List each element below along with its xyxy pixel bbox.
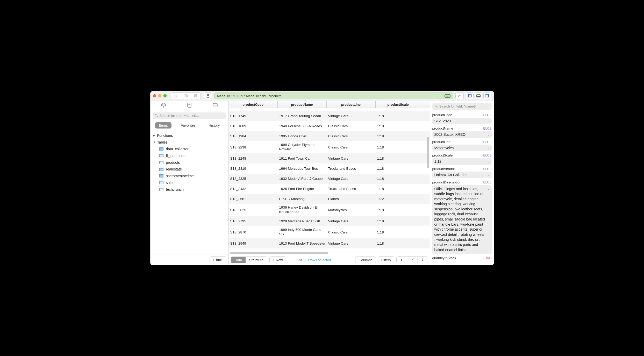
close-window-button[interactable] xyxy=(153,94,156,97)
cell-productline: Motorcycles xyxy=(327,208,376,212)
inspector-field: productCodeBLOBS12_2823⌄ xyxy=(432,113,492,124)
sidebar-tab-history[interactable]: History xyxy=(205,122,224,129)
field-value[interactable]: Official logos and insignias, saddle bag… xyxy=(432,185,492,254)
plus-icon: + xyxy=(273,258,275,262)
field-value[interactable]: S12_2823⌄ xyxy=(432,118,492,124)
cell-productname: 1995 Honda Civic xyxy=(278,134,327,138)
sidebar-table-item[interactable]: data_collector xyxy=(159,146,228,152)
indent-icon[interactable] xyxy=(191,93,201,99)
chevron-down-icon: ⌄ xyxy=(487,187,490,191)
column-header-productscale[interactable]: productScale xyxy=(376,101,421,108)
table-name: sacramentocrime xyxy=(166,174,194,178)
cancel-icon[interactable]: ⊘ xyxy=(171,93,181,99)
sidebar-segment: Items Favorites History xyxy=(153,122,226,129)
table-icon xyxy=(159,161,163,164)
cell-productname: 1926 Ford Fire Engine xyxy=(278,187,327,191)
table-row[interactable]: S18_22381998 Chrysler Plymouth ProwlerCl… xyxy=(229,141,430,153)
table-row[interactable]: S18_23191964 Mercedes Tour BusTrucks and… xyxy=(229,163,430,174)
refresh-button[interactable]: ⟳ xyxy=(455,92,464,99)
breadcrumb[interactable]: MariaDB 1:10.3.9 : MariaDB : dd : produc… xyxy=(214,92,453,99)
zoom-window-button[interactable] xyxy=(163,94,167,97)
cell-productname: 1964 Mercedes Tour Bus xyxy=(278,167,327,170)
toolbar-group-1: ⊘ xyxy=(171,92,201,99)
eye-icon[interactable] xyxy=(181,93,191,99)
scrollbar-thumb[interactable] xyxy=(427,137,429,168)
tab-structure[interactable]: Structure xyxy=(246,257,267,263)
field-label: productCode xyxy=(432,113,452,117)
sidebar-search-input[interactable]: Search for item: ^name$... xyxy=(153,112,226,119)
sidebar-table-item[interactable]: techcrunch xyxy=(159,186,228,193)
column-header-productcode[interactable]: productCode xyxy=(229,101,278,108)
field-value[interactable]: Unimax Art Galleries⌄ xyxy=(432,172,492,178)
field-value[interactable]: 1:12⌄ xyxy=(432,158,492,165)
field-value[interactable]: Motorcycles⌄ xyxy=(432,145,492,151)
cell-productline: Trucks and Buses xyxy=(327,167,376,170)
table-row[interactable]: S18_27951928 Mercedes-Benz SSKVintage Ca… xyxy=(229,216,430,226)
horizontal-scrollbar[interactable] xyxy=(229,251,426,255)
inspector-search-input[interactable]: Search for field: ^name$... xyxy=(432,103,492,110)
table-row[interactable]: S18_29491913 Ford Model T SpeedsterVinta… xyxy=(229,238,430,248)
table-row[interactable]: S18_2581P-51-D MustangPlanes1:72 xyxy=(229,194,430,204)
layout-right-panel-button[interactable] xyxy=(483,92,491,99)
search-icon xyxy=(155,114,158,118)
table-row[interactable]: S18_29571934 Ford V8 CoupeVintage Cars1:… xyxy=(229,248,430,249)
columns-button[interactable]: Columns xyxy=(355,257,376,263)
column-header-productline[interactable]: productLine xyxy=(327,101,376,108)
gear-button[interactable] xyxy=(407,257,417,263)
chevron-down-icon: ▼ xyxy=(153,141,156,144)
lock-icon[interactable] xyxy=(204,92,212,99)
table-row[interactable]: S18_18891948 Porsche 356-A Roads...Class… xyxy=(229,121,430,131)
field-value[interactable]: 2002 Suzuki XREO⌄ xyxy=(432,131,492,138)
sidebar-table-item[interactable]: fl_insurance xyxy=(159,152,228,159)
scrollbar-thumb[interactable] xyxy=(230,252,328,254)
table-name: fl_insurance xyxy=(166,154,186,158)
chevron-down-icon: ⌄ xyxy=(487,133,490,136)
cell-productscale: 1:18 xyxy=(376,177,421,181)
cell-productscale: 1:18 xyxy=(376,114,421,118)
sidebar-table-item[interactable]: products xyxy=(159,159,228,166)
table-row[interactable]: S18_28701999 Indy 500 Monte Carlo SSClas… xyxy=(229,226,430,238)
vertical-scrollbar[interactable] xyxy=(426,108,430,251)
filters-button[interactable]: Filters xyxy=(378,257,394,263)
section-label: Functions xyxy=(157,133,173,138)
table-row[interactable]: S18_22481911 Ford Town CarVintage Cars1:… xyxy=(229,153,430,163)
table-row[interactable]: S18_24321926 Ford Fire EngineTrucks and … xyxy=(229,184,430,194)
tree-section-functions[interactable]: ▶ Functions xyxy=(151,132,228,139)
cell-productscale: 1:18 xyxy=(376,124,421,128)
tab-data[interactable]: Data xyxy=(231,257,246,263)
table-icon xyxy=(159,188,163,191)
sidebar-tab-items[interactable]: Items xyxy=(155,122,171,129)
table-row[interactable]: S18_17491917 Grand Touring SedanVintage … xyxy=(229,111,430,121)
add-row-button[interactable]: + Row xyxy=(269,257,286,263)
minimize-window-button[interactable] xyxy=(158,94,161,97)
cell-productcode: S18_2325 xyxy=(229,177,278,181)
cell-productcode: S18_2319 xyxy=(229,167,278,170)
database-icon[interactable] xyxy=(187,103,192,109)
layout-bottom-panel-button[interactable] xyxy=(475,92,482,99)
selection-status: 1 of 110 rows selected xyxy=(296,258,331,262)
table-name: techcrunch xyxy=(166,187,184,191)
inspector-field: productVendorBLOBUnimax Art Galleries⌄ xyxy=(432,167,492,178)
table-icon xyxy=(159,154,163,157)
sql-icon[interactable]: SQL xyxy=(213,103,218,109)
table-row[interactable]: S18_26251936 Harley Davidson El Knuckleh… xyxy=(229,204,430,216)
table-row[interactable] xyxy=(229,108,430,111)
svg-rect-47 xyxy=(159,188,163,189)
sidebar-tab-favorites[interactable]: Favorites xyxy=(177,122,199,129)
column-header-productname[interactable]: productName xyxy=(278,101,327,108)
next-button[interactable] xyxy=(417,257,428,263)
plug-icon[interactable] xyxy=(161,103,166,109)
cell-productscale: 1:18 xyxy=(376,241,421,245)
cell-productline: Classic Cars xyxy=(327,124,376,128)
grid-body[interactable]: S18_17491917 Grand Touring SedanVintage … xyxy=(229,108,430,249)
tree-section-tables[interactable]: ▼ Tables xyxy=(151,139,228,146)
cell-productname: 1936 Harley Davidson El Knucklehead xyxy=(278,205,327,214)
table-row[interactable]: S18_23251932 Model A Ford J-CoupeVintage… xyxy=(229,174,430,184)
add-table-button[interactable]: + Table xyxy=(210,257,226,263)
sidebar-table-item[interactable]: sacramentocrime xyxy=(159,173,228,179)
sidebar-table-item[interactable]: sales xyxy=(159,179,228,186)
table-row[interactable]: S18_19841995 Honda CivicClassic Cars1:18 xyxy=(229,131,430,141)
layout-left-panel-button[interactable] xyxy=(466,92,474,99)
sidebar-table-item[interactable]: realestate xyxy=(159,166,228,173)
prev-button[interactable] xyxy=(397,257,407,263)
